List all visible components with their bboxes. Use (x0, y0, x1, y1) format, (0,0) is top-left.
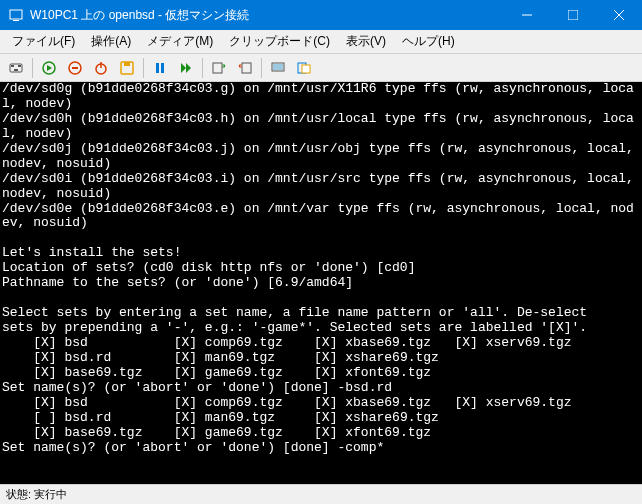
start-button[interactable] (37, 56, 61, 80)
toolbar-separator (32, 58, 33, 78)
reset-button[interactable] (174, 56, 198, 80)
save-button[interactable] (115, 56, 139, 80)
svg-rect-0 (10, 10, 22, 19)
svg-rect-17 (124, 62, 130, 66)
svg-marker-11 (47, 65, 52, 71)
menu-help[interactable]: ヘルプ(H) (394, 31, 463, 52)
enhanced-session-button[interactable] (266, 56, 290, 80)
status-bar: 状態: 実行中 (0, 484, 642, 504)
toolbar-separator (261, 58, 262, 78)
menu-media[interactable]: メディア(M) (139, 31, 221, 52)
svg-rect-27 (302, 65, 310, 73)
shutdown-button[interactable] (89, 56, 113, 80)
terminal-output[interactable]: /dev/sd0g (b91dde0268f34c03.g) on /mnt/u… (0, 82, 642, 484)
svg-marker-20 (181, 63, 186, 73)
svg-rect-18 (156, 63, 159, 73)
toolbar-separator (143, 58, 144, 78)
window-titlebar: W10PC1 上の openbsd - 仮想マシン接続 (0, 0, 642, 30)
toolbar (0, 54, 642, 82)
window-title: W10PC1 上の openbsd - 仮想マシン接続 (30, 7, 504, 24)
svg-rect-25 (273, 64, 283, 70)
turnoff-button[interactable] (63, 56, 87, 80)
menu-file[interactable]: ファイル(F) (4, 31, 83, 52)
toolbar-separator (202, 58, 203, 78)
minimize-button[interactable] (504, 0, 550, 30)
svg-marker-21 (186, 63, 191, 73)
window-controls (504, 0, 642, 30)
status-value: 実行中 (34, 487, 67, 502)
close-button[interactable] (596, 0, 642, 30)
svg-rect-1 (13, 20, 19, 21)
svg-rect-8 (18, 65, 21, 67)
svg-rect-3 (568, 10, 578, 20)
checkpoint-button[interactable] (207, 56, 231, 80)
maximize-button[interactable] (550, 0, 596, 30)
revert-button[interactable] (233, 56, 257, 80)
menu-clipboard[interactable]: クリップボード(C) (221, 31, 338, 52)
menu-view[interactable]: 表示(V) (338, 31, 394, 52)
svg-rect-22 (213, 63, 222, 73)
status-label: 状態: (6, 487, 31, 502)
svg-rect-19 (161, 63, 164, 73)
svg-rect-9 (14, 69, 18, 71)
svg-rect-13 (72, 67, 78, 69)
menu-action[interactable]: 操作(A) (83, 31, 139, 52)
menu-bar: ファイル(F) 操作(A) メディア(M) クリップボード(C) 表示(V) ヘ… (0, 30, 642, 54)
svg-rect-23 (242, 63, 251, 73)
pause-button[interactable] (148, 56, 172, 80)
app-icon (8, 7, 24, 23)
svg-rect-7 (11, 65, 14, 67)
share-button[interactable] (292, 56, 316, 80)
ctrl-alt-del-button[interactable] (4, 56, 28, 80)
